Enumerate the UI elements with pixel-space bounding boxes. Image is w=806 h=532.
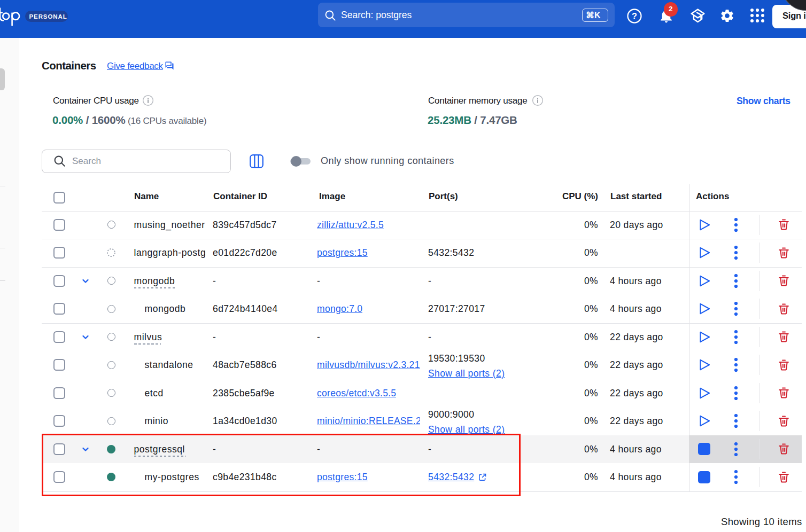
svg-text:?: ? bbox=[632, 11, 637, 20]
